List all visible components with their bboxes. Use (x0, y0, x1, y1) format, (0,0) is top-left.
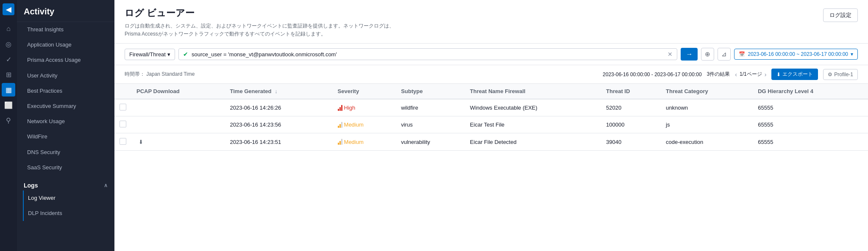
cell-threat-id: 100000 (601, 116, 661, 133)
sidebar-item-network-usage[interactable]: Network Usage (17, 114, 114, 129)
pcap-download-icon[interactable]: ⬇ (136, 138, 145, 146)
chevron-up-icon[interactable]: ∧ (104, 182, 108, 188)
sidebar-item-best-practices[interactable]: Best Practices (17, 83, 114, 99)
sidebar: Activity Threat Insights Application Usa… (17, 0, 114, 251)
date-range-button[interactable]: 📅 2023-06-16 00:00:00 ~ 2023-06-17 00:00… (734, 49, 858, 60)
sidebar-item-user-activity[interactable]: User Activity (17, 68, 114, 83)
cell-dg-hierarchy: 65555 (753, 99, 868, 116)
sidebar-title: Activity (17, 0, 114, 22)
log-table-container: PCAP Download Time Generated ↓ Severity … (114, 84, 868, 251)
chevron-down-icon: ▾ (851, 51, 853, 57)
filter-query-text[interactable]: source_user = 'monse_vt@panwvtoutlook.on… (192, 51, 665, 58)
sidebar-item-wildfire[interactable]: WildFire (17, 129, 114, 144)
log-table: PCAP Download Time Generated ↓ Severity … (114, 84, 868, 151)
sidebar-item-saas-security[interactable]: SaaS Security (17, 160, 114, 175)
col-checkbox (114, 84, 131, 99)
log-settings-button[interactable]: ログ設定 (823, 8, 858, 22)
cell-subtype: vulnerability (396, 133, 465, 151)
col-severity: Severity (333, 84, 396, 99)
col-time[interactable]: Time Generated ↓ (225, 84, 333, 99)
filter-type-dropdown[interactable]: Firewall/Threat ▾ (125, 49, 175, 60)
col-pcap: PCAP Download (131, 84, 225, 99)
row-checkbox[interactable] (120, 138, 126, 145)
profile-button[interactable]: ⚙ Profile-1 (823, 69, 858, 80)
globe-icon[interactable]: ◎ (2, 37, 15, 51)
logs-section-label: Logs (24, 182, 38, 189)
save-icon: ⊕ (705, 50, 710, 58)
pagination: ‹ 1/1ページ › (735, 71, 766, 78)
cell-time: 2023-06-16 14:23:56 (225, 116, 333, 133)
save-query-button[interactable]: ⊕ (701, 48, 714, 61)
run-query-button[interactable]: → (681, 48, 698, 61)
main-content: ログ ビューアー ログは自動生成され、システム、設定、およびネットワークイベント… (114, 0, 868, 251)
table-row: 2023-06-16 14:26:26HighwildfireWindows E… (114, 99, 868, 116)
chevron-down-icon: ▾ (167, 51, 170, 58)
results-bar: 時間帯： Japan Standard Time 2023-06-16 00:0… (114, 65, 868, 84)
home-icon[interactable]: ⌂ (2, 22, 15, 36)
gear-icon: ⚙ (828, 72, 832, 77)
table-row: 2023-06-16 14:23:56MediumvirusEicar Test… (114, 116, 868, 133)
results-right: 2023-06-16 00:00:00 - 2023-06-17 00:00:0… (603, 69, 858, 80)
sidebar-item-dlp-incidents[interactable]: DLP Incidents (23, 206, 114, 221)
arrow-right-icon: → (686, 50, 693, 58)
col-subtype: Subtype (396, 84, 465, 99)
result-count: 3件の結果 (707, 71, 730, 78)
shield-icon[interactable]: ✓ (2, 52, 15, 66)
page-description: ログは自動生成され、システム、設定、およびネットワークイベントに監査証跡を提供し… (125, 22, 394, 38)
page-description-line1: ログは自動生成され、システム、設定、およびネットワークイベントに監査証跡を提供し… (125, 23, 394, 29)
timezone-value: Japan Standard Time (146, 71, 195, 77)
table-header-row: PCAP Download Time Generated ↓ Severity … (114, 84, 868, 99)
profile-label: Profile-1 (834, 72, 853, 77)
cell-severity: Medium (333, 116, 396, 133)
cell-threat-category: unknown (661, 99, 753, 116)
search-icon[interactable]: ⚲ (2, 113, 15, 127)
cell-severity: High (333, 99, 396, 116)
cell-threat-id: 52020 (601, 99, 661, 116)
page-info: 1/1ページ (740, 71, 762, 78)
export-icon: ⬇ (776, 72, 781, 77)
page-title: ログ ビューアー (125, 7, 394, 19)
col-dg-hierarchy: DG Hierarchy Level 4 (753, 84, 868, 99)
row-checkbox[interactable] (120, 121, 126, 127)
activity-icon[interactable]: ▦ (2, 83, 15, 97)
cell-dg-hierarchy: 65555 (753, 116, 868, 133)
filter-bar: Firewall/Threat ▾ ✔ source_user = 'monse… (114, 44, 868, 65)
check-icon: ✔ (183, 51, 188, 58)
sidebar-item-log-viewer[interactable]: Log Viewer (23, 190, 114, 206)
page-header: ログ ビューアー ログは自動生成され、システム、設定、およびネットワークイベント… (125, 7, 394, 38)
sort-icon: ↓ (275, 88, 278, 94)
sidebar-item-prisma-access-usage[interactable]: Prisma Access Usage (17, 52, 114, 68)
cell-threat-id: 39040 (601, 133, 661, 151)
top-bar: ログ ビューアー ログは自動生成され、システム、設定、およびネットワークイベント… (114, 0, 868, 44)
cell-time: 2023-06-16 14:23:51 (225, 133, 333, 151)
cell-time: 2023-06-16 14:26:26 (225, 99, 333, 116)
filter-query-box: ✔ source_user = 'monse_vt@panwvtoutlook.… (178, 48, 678, 60)
filter-options-button[interactable]: ⊿ (718, 48, 731, 61)
cell-threat-name: Eicar File Detected (465, 133, 601, 151)
calendar-icon: 📅 (739, 51, 745, 57)
table-row: ⬇2023-06-16 14:23:51MediumvulnerabilityE… (114, 133, 868, 151)
network-icon[interactable]: ⊞ (2, 68, 15, 81)
cell-threat-category: js (661, 116, 753, 133)
filter-icon: ⊿ (721, 50, 727, 58)
date-range-label: 2023-06-16 00:00:00 ~ 2023-06-17 00:00:0… (748, 51, 848, 57)
page-description-line2: Prisma Accessがネットワークトラフィックで動作するすべてのイベントを… (125, 31, 326, 37)
cell-threat-name: Windows Executable (EXE) (465, 99, 601, 116)
clear-filter-button[interactable]: ✕ (668, 51, 673, 58)
row-checkbox[interactable] (120, 104, 126, 110)
col-threat-id: Threat ID (601, 84, 661, 99)
cell-dg-hierarchy: 65555 (753, 133, 868, 151)
next-page-button[interactable]: › (765, 71, 767, 78)
prev-page-button[interactable]: ‹ (735, 71, 737, 78)
sidebar-item-executive-summary[interactable]: Executive Summary (17, 99, 114, 114)
icon-rail: ◀ ⌂ ◎ ✓ ⊞ ▦ ⬜ ⚲ (0, 0, 17, 251)
sidebar-item-threat-insights[interactable]: Threat Insights (17, 22, 114, 37)
sidebar-item-application-usage[interactable]: Application Usage (17, 37, 114, 52)
docs-icon[interactable]: ⬜ (2, 98, 15, 112)
export-button[interactable]: ⬇ エクスポート (771, 69, 818, 80)
cell-threat-category: code-execution (661, 133, 753, 151)
app-logo[interactable]: ◀ (3, 3, 14, 15)
export-label: エクスポート (782, 71, 813, 78)
cell-subtype: virus (396, 116, 465, 133)
sidebar-item-dns-security[interactable]: DNS Security (17, 145, 114, 160)
